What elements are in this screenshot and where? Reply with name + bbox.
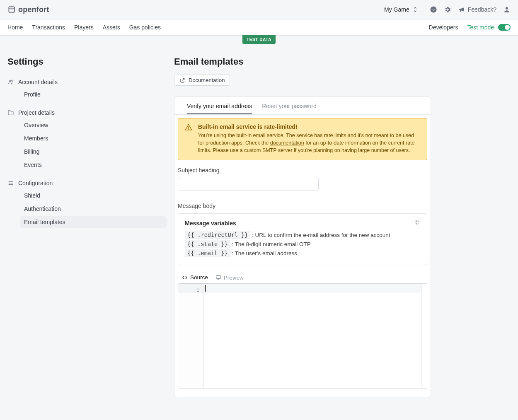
nav-assets[interactable]: Assets [103, 24, 120, 31]
sidegroup-project-details[interactable]: Project details [7, 109, 167, 116]
logo-icon [7, 5, 16, 14]
nav-players[interactable]: Players [74, 24, 94, 31]
settings-icon[interactable] [444, 6, 451, 13]
sidegroup-configuration[interactable]: Configuration [7, 180, 167, 186]
svg-point-5 [12, 80, 13, 81]
vars-title: Message variables [185, 220, 236, 227]
help-icon[interactable]: ? [430, 6, 437, 13]
sidebar-item-billing[interactable]: Billing [20, 146, 167, 157]
alert-body: You're using the built-in email service.… [198, 132, 420, 154]
rate-limit-alert: Built-in email service is rate-limited! … [178, 118, 427, 160]
var-code: {{ .redirectUrl }} [185, 231, 250, 239]
line-number: 1 [178, 285, 199, 294]
sidebar-item-overview[interactable]: Overview [20, 119, 167, 131]
sidebar-item-events[interactable]: Events [20, 159, 167, 171]
project-switcher[interactable]: My Game [384, 6, 423, 13]
editor-tab-source[interactable]: Source [182, 274, 208, 283]
documentation-button[interactable]: Documentation [174, 75, 230, 86]
sidegroup-account-details[interactable]: Account details [7, 79, 167, 85]
page-title: Email templates [174, 56, 431, 67]
svg-point-4 [9, 80, 11, 82]
chevron-updown-icon [413, 7, 418, 12]
svg-rect-0 [9, 7, 14, 12]
users-icon [7, 79, 14, 85]
var-code: {{ .state }} [185, 240, 230, 248]
testmode-label: Test mode [467, 24, 494, 31]
sidebar-item-shield[interactable]: Shield [20, 190, 167, 201]
svg-point-6 [188, 129, 189, 129]
svg-rect-7 [216, 276, 221, 279]
nav-gas-policies[interactable]: Gas policies [129, 24, 161, 31]
subject-label: Subject heading [178, 167, 427, 174]
feedback-label: Feedback? [468, 6, 496, 13]
tab-reset-password[interactable]: Reset your password [262, 103, 317, 114]
external-link-icon [179, 77, 185, 83]
var-row: {{ .redirectUrl }} : URL to confirm the … [185, 232, 420, 238]
user-avatar-icon[interactable] [503, 6, 511, 13]
sidegroup-label: Project details [18, 109, 55, 116]
testmode-toggle[interactable] [498, 24, 511, 31]
nav-developers[interactable]: Developers [429, 24, 458, 31]
test-data-ribbon: TEST DATA [242, 35, 276, 44]
sidegroup-label: Account details [18, 79, 58, 85]
var-code: {{ .email }} [185, 249, 230, 257]
sliders-icon [7, 180, 14, 186]
alert-doc-link[interactable]: documentation [270, 140, 304, 146]
alert-title: Built-in email service is rate-limited! [198, 123, 420, 130]
message-variables-box: Message variables {{ .redirectUrl }} : U… [178, 213, 427, 265]
var-row: {{ .email }} : The user's email address [185, 250, 420, 256]
settings-heading: Settings [7, 56, 167, 67]
code-icon [182, 275, 188, 280]
code-editor[interactable]: 1 [178, 283, 427, 389]
sidegroup-label: Configuration [18, 180, 53, 186]
var-row: {{ .state }} : The 8-digit numeric email… [185, 241, 420, 247]
warning-icon [185, 123, 192, 132]
folder-icon [7, 109, 14, 116]
sidebar-item-members[interactable]: Members [20, 133, 167, 144]
editor-tab-preview[interactable]: Preview [215, 274, 244, 283]
sidebar-item-email-templates[interactable]: Email templates [20, 216, 167, 228]
subject-input[interactable] [178, 177, 319, 191]
sidebar-item-authentication[interactable]: Authentication [20, 203, 167, 215]
svg-point-3 [506, 7, 508, 10]
sidebar-item-profile[interactable]: Profile [20, 89, 167, 100]
megaphone-icon [458, 6, 465, 13]
nav-transactions[interactable]: Transactions [32, 24, 65, 31]
project-name: My Game [384, 6, 409, 13]
nav-home[interactable]: Home [7, 24, 23, 31]
collapse-icon[interactable] [414, 220, 420, 227]
main-nav: Home Transactions Players Assets Gas pol… [7, 24, 161, 31]
monitor-icon [215, 275, 221, 280]
doc-btn-label: Documentation [189, 77, 225, 83]
brand-logo[interactable]: openfort [7, 5, 49, 14]
body-label: Message body [178, 203, 427, 209]
tab-verify-email[interactable]: Verify your email address [187, 103, 252, 114]
feedback-button[interactable]: Feedback? [458, 6, 496, 13]
svg-text:?: ? [432, 7, 435, 12]
brand-name: openfort [18, 5, 49, 14]
